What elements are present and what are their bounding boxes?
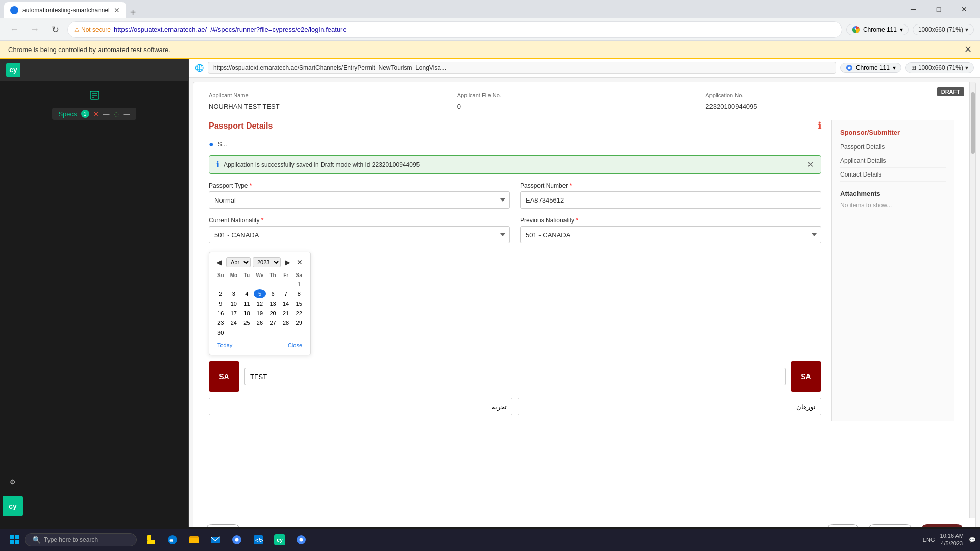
cal-day-21[interactable]: 21 bbox=[280, 309, 292, 318]
application-no-field: Application No. 22320100944095 bbox=[705, 92, 944, 110]
taskbar-search-bar[interactable]: 🔍 Type here to search bbox=[24, 533, 137, 546]
cypress-logo-bottom: cy bbox=[3, 496, 23, 516]
previous-nationality-select[interactable]: 501 - CANADA bbox=[520, 226, 821, 243]
chrome-version-text: Chrome 111 bbox=[863, 26, 897, 33]
svg-text:</>: </> bbox=[255, 537, 263, 543]
start-button[interactable] bbox=[4, 530, 24, 550]
cal-day-11[interactable]: 11 bbox=[240, 299, 253, 308]
cal-day-25[interactable]: 25 bbox=[240, 318, 253, 328]
cal-day-9[interactable]: 9 bbox=[214, 299, 227, 308]
forward-button[interactable]: → bbox=[27, 21, 43, 38]
cal-day-27[interactable]: 27 bbox=[266, 318, 279, 328]
refresh-button[interactable]: ↻ bbox=[47, 21, 63, 38]
svg-rect-14 bbox=[147, 540, 155, 544]
taskbar-chrome2-icon[interactable] bbox=[291, 530, 311, 550]
app-globe-icon[interactable]: 🌐 bbox=[195, 64, 204, 72]
automation-notice-close[interactable]: ✕ bbox=[964, 44, 972, 55]
new-tab-button[interactable]: + bbox=[126, 7, 140, 18]
cal-day-empty bbox=[228, 280, 240, 289]
cal-day-18[interactable]: 18 bbox=[240, 309, 253, 318]
sidebar-passport-details[interactable]: Passport Details bbox=[840, 140, 946, 154]
arabic-name-input-1[interactable] bbox=[518, 398, 821, 415]
tab-close-button[interactable]: ✕ bbox=[114, 6, 120, 14]
cal-day-12[interactable]: 12 bbox=[254, 299, 266, 308]
close-button[interactable]: ✕ bbox=[952, 1, 976, 17]
passport-number-input[interactable] bbox=[520, 191, 821, 209]
notification-icon[interactable]: 💬 bbox=[969, 537, 976, 543]
taskbar-vscode-icon[interactable]: </> bbox=[248, 530, 268, 550]
cal-prev-button[interactable]: ◀ bbox=[214, 257, 224, 267]
taskbar-edge-icon[interactable]: e bbox=[162, 530, 183, 550]
address-bar[interactable]: ⚠ Not secure https://ospuatext.emaratech… bbox=[67, 21, 842, 38]
cal-day-8[interactable]: 8 bbox=[292, 289, 305, 298]
tab-favicon bbox=[10, 6, 18, 14]
sidebar-contact-details[interactable]: Contact Details bbox=[840, 168, 946, 182]
cal-day-5[interactable]: 5 bbox=[254, 289, 266, 298]
cal-day-29[interactable]: 29 bbox=[292, 318, 305, 328]
avatar-sa-2: SA bbox=[791, 361, 821, 392]
app-content-area[interactable]: DRAFT Applicant Name NOURHAN TEST TEST A… bbox=[193, 82, 976, 547]
windows-taskbar: 🔍 Type here to search e </> cy ENG bbox=[0, 529, 980, 551]
tab-title: automationtesting-smartchannel bbox=[22, 7, 110, 14]
cal-day-15[interactable]: 15 bbox=[292, 299, 305, 308]
sponsor-section-title[interactable]: Sponsor/Submitter bbox=[840, 129, 946, 136]
scroll-track bbox=[969, 82, 975, 518]
arabic-name-input-2[interactable] bbox=[209, 398, 512, 415]
taskbar-cypress-icon[interactable]: cy bbox=[270, 530, 290, 550]
avatar-row: SA SA bbox=[209, 361, 821, 392]
cal-day-6[interactable]: 6 bbox=[266, 289, 279, 298]
cypress-nav-specs[interactable] bbox=[82, 85, 107, 106]
name-en-input[interactable] bbox=[244, 368, 786, 385]
cal-day-1[interactable]: 1 bbox=[292, 280, 305, 289]
back-button[interactable]: ← bbox=[6, 21, 22, 38]
cal-today-button[interactable]: Today bbox=[214, 341, 235, 349]
minimize-button[interactable]: ─ bbox=[901, 1, 925, 17]
passport-type-select[interactable]: Normal bbox=[209, 191, 510, 209]
viewport-chevron-icon: ▾ bbox=[965, 26, 968, 33]
taskbar-mail-icon[interactable] bbox=[205, 530, 226, 550]
cal-day-empty bbox=[266, 280, 279, 289]
cal-day-14[interactable]: 14 bbox=[280, 299, 292, 308]
sidebar-applicant-details[interactable]: Applicant Details bbox=[840, 154, 946, 168]
taskbar-language: ENG bbox=[923, 537, 935, 543]
cal-close-btn[interactable]: Close bbox=[285, 341, 305, 349]
cal-day-22[interactable]: 22 bbox=[292, 309, 305, 318]
chrome-version-badge: Chrome 111 ▾ bbox=[846, 24, 909, 35]
cal-day-26[interactable]: 26 bbox=[254, 318, 266, 328]
maximize-button[interactable]: □ bbox=[927, 1, 950, 17]
error-icon: ✕ bbox=[93, 110, 99, 118]
cal-day-28[interactable]: 28 bbox=[280, 318, 292, 328]
cal-day-16[interactable]: 16 bbox=[214, 309, 227, 318]
cal-day-3[interactable]: 3 bbox=[228, 289, 240, 298]
cal-day-30[interactable]: 30 bbox=[214, 328, 227, 337]
cal-day-19[interactable]: 19 bbox=[254, 309, 266, 318]
cal-day-17[interactable]: 17 bbox=[228, 309, 240, 318]
cal-day-4[interactable]: 4 bbox=[240, 289, 253, 298]
taskbar-clock: 10:16 AM 4/5/2023 bbox=[940, 532, 964, 548]
cal-day-2[interactable]: 2 bbox=[214, 289, 227, 298]
info-icon: ℹ bbox=[818, 120, 821, 132]
taskbar-chrome-icon[interactable] bbox=[227, 530, 247, 550]
taskbar-files-icon[interactable] bbox=[141, 530, 161, 550]
applicant-name-field: Applicant Name NOURHAN TEST TEST bbox=[209, 92, 447, 110]
current-nationality-select[interactable]: 501 - CANADA bbox=[209, 226, 510, 243]
cal-day-empty bbox=[254, 280, 266, 289]
cal-day-7[interactable]: 7 bbox=[280, 289, 292, 298]
running-icon: ◌ bbox=[114, 110, 119, 118]
cal-day-13[interactable]: 13 bbox=[266, 299, 279, 308]
taskbar-explorer-icon[interactable] bbox=[184, 530, 204, 550]
cal-close-button[interactable]: ✕ bbox=[295, 257, 305, 267]
banner-close-button[interactable]: ✕ bbox=[807, 160, 814, 169]
browser-tab[interactable]: automationtesting-smartchannel ✕ bbox=[4, 2, 126, 18]
cal-month-select[interactable]: Apr bbox=[226, 257, 251, 267]
cypress-settings-icon[interactable]: ⚙ bbox=[3, 471, 23, 492]
scroll-thumb[interactable] bbox=[971, 92, 975, 154]
cal-day-20[interactable]: 20 bbox=[266, 309, 279, 318]
cal-day-23[interactable]: 23 bbox=[214, 318, 227, 328]
cal-year-select[interactable]: 2023 bbox=[253, 257, 281, 267]
passport-type-group: Passport Type Normal bbox=[209, 182, 510, 209]
cal-next-button[interactable]: ▶ bbox=[283, 257, 292, 267]
cal-day-10[interactable]: 10 bbox=[228, 299, 240, 308]
svg-text:e: e bbox=[169, 537, 173, 544]
cal-day-24[interactable]: 24 bbox=[228, 318, 240, 328]
